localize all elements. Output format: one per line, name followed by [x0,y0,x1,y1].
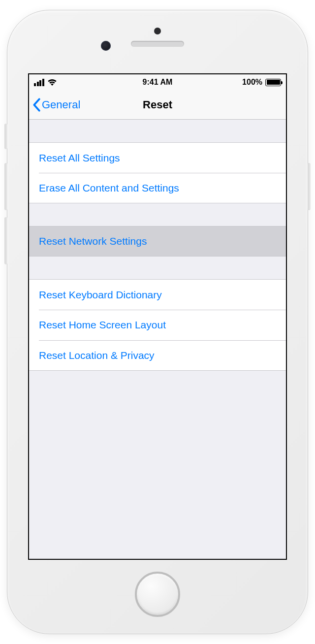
screen: 9:41 AM 100% General Reset Reset All Set… [28,73,287,560]
cell-label: Reset Keyboard Dictionary [39,289,162,301]
content-area: Reset All Settings Erase All Content and… [29,120,286,559]
reset-home-screen-layout-cell[interactable]: Reset Home Screen Layout [29,310,286,340]
proximity-sensor [154,28,161,34]
cell-label: Reset Network Settings [39,235,147,247]
cell-label: Erase All Content and Settings [39,182,179,194]
mute-switch [4,124,7,149]
earpiece-speaker [131,41,184,47]
battery-icon [265,79,281,86]
navigation-bar: General Reset [29,90,286,120]
volume-up-button [4,163,7,210]
reset-location-privacy-cell[interactable]: Reset Location & Privacy [29,340,286,371]
back-button[interactable]: General [29,98,80,112]
home-button[interactable] [135,572,180,617]
reset-keyboard-dictionary-cell[interactable]: Reset Keyboard Dictionary [29,279,286,310]
phone-frame: 9:41 AM 100% General Reset Reset All Set… [7,10,308,634]
cell-label: Reset All Settings [39,152,120,164]
chevron-left-icon [32,98,41,112]
erase-all-content-cell[interactable]: Erase All Content and Settings [29,173,286,203]
back-label: General [42,98,80,111]
cell-label: Reset Home Screen Layout [39,319,166,331]
battery-percentage: 100% [242,78,262,87]
status-bar: 9:41 AM 100% [29,74,286,90]
wifi-icon [47,79,57,86]
cell-label: Reset Location & Privacy [39,350,155,361]
reset-all-settings-cell[interactable]: Reset All Settings [29,142,286,173]
power-button [308,163,311,210]
cellular-signal-icon [34,79,44,86]
front-camera [101,41,111,51]
reset-network-settings-cell[interactable]: Reset Network Settings [29,226,286,257]
volume-down-button [4,217,7,264]
